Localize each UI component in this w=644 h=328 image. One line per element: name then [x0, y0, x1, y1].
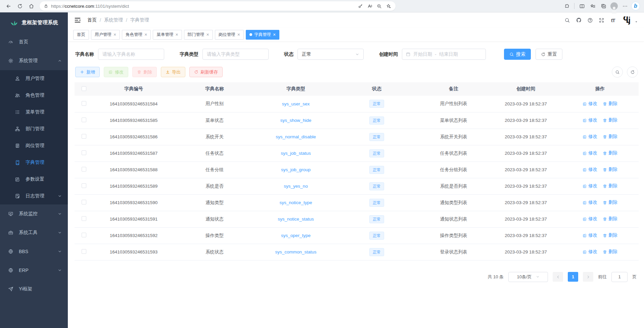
- row-edit-link[interactable]: 修改: [583, 249, 597, 255]
- row-edit-link[interactable]: 修改: [583, 150, 597, 156]
- tab-menu[interactable]: 菜单管理×: [153, 30, 182, 40]
- sidebar-item-param[interactable]: 参数设置: [0, 171, 68, 188]
- row-delete-link[interactable]: 删除: [603, 117, 617, 123]
- tab-dept[interactable]: 部门管理×: [184, 30, 213, 40]
- sidebar-item-role[interactable]: 角色管理: [0, 87, 68, 104]
- address-bar[interactable]: https://ccnetcore.com:1101/system/dict: [40, 1, 396, 11]
- goto-page-input[interactable]: 1: [611, 272, 628, 282]
- browser-back-button[interactable]: [3, 1, 13, 11]
- row-checkbox[interactable]: [82, 183, 86, 188]
- dict-type-link[interactable]: sys_job_group: [281, 167, 311, 172]
- edit-button[interactable]: 修改: [104, 67, 128, 77]
- tab-user[interactable]: 用户管理×: [91, 30, 120, 40]
- row-checkbox[interactable]: [82, 101, 86, 106]
- caret-down-icon[interactable]: [635, 20, 638, 24]
- close-icon[interactable]: ×: [206, 32, 209, 37]
- bing-chat-icon[interactable]: b: [631, 1, 641, 11]
- sidebar-item-bbs[interactable]: BBS: [0, 242, 68, 261]
- dict-name-input[interactable]: 请输入字典名称: [98, 49, 164, 60]
- row-delete-link[interactable]: 删除: [603, 183, 617, 189]
- row-checkbox[interactable]: [82, 150, 86, 155]
- row-checkbox[interactable]: [82, 216, 86, 221]
- dict-type-link[interactable]: sys_yes_no: [284, 184, 308, 189]
- row-checkbox[interactable]: [82, 134, 86, 139]
- add-favorite-icon[interactable]: [384, 1, 393, 11]
- row-delete-link[interactable]: 删除: [603, 199, 617, 205]
- close-icon[interactable]: ×: [144, 32, 147, 37]
- row-delete-link[interactable]: 删除: [603, 232, 617, 238]
- close-icon[interactable]: ×: [113, 32, 116, 37]
- favorites-hub-icon[interactable]: [588, 1, 598, 11]
- sidebar-item-post[interactable]: 岗位管理: [0, 137, 68, 154]
- dict-type-link[interactable]: sys_notice_type: [280, 200, 312, 205]
- help-icon[interactable]: [587, 17, 594, 24]
- tab-role[interactable]: 角色管理×: [122, 30, 151, 40]
- sidebar-fold-icon[interactable]: [74, 16, 81, 24]
- browser-reload-button[interactable]: [15, 1, 25, 11]
- fullscreen-icon[interactable]: [598, 17, 605, 24]
- sidebar-item-erp[interactable]: ERP: [0, 261, 68, 280]
- add-button[interactable]: 新增: [75, 67, 100, 77]
- yi-logo[interactable]: Ⴁj: [623, 16, 630, 24]
- refresh-cache-button[interactable]: 刷新缓存: [189, 67, 223, 77]
- close-icon[interactable]: ×: [237, 32, 240, 37]
- read-aloud-icon[interactable]: [365, 1, 374, 11]
- sidebar-item-tool[interactable]: 系统工具: [0, 223, 68, 242]
- row-edit-link[interactable]: 修改: [583, 216, 597, 222]
- tab-post[interactable]: 岗位管理×: [215, 30, 244, 40]
- row-checkbox[interactable]: [82, 167, 86, 172]
- dict-type-link[interactable]: sys_normal_disable: [276, 134, 316, 139]
- github-icon[interactable]: [576, 17, 582, 24]
- date-range-input[interactable]: 开始日期 - 结束日期: [402, 49, 486, 60]
- row-edit-link[interactable]: 修改: [583, 134, 597, 140]
- row-checkbox[interactable]: [82, 233, 86, 237]
- show-search-toggle-button[interactable]: [612, 66, 623, 78]
- dict-type-input[interactable]: 请输入字典类型: [202, 49, 269, 60]
- row-checkbox[interactable]: [82, 200, 86, 204]
- extensions-icon[interactable]: [562, 1, 572, 11]
- browser-home-button[interactable]: [26, 1, 36, 11]
- row-delete-link[interactable]: 删除: [603, 150, 617, 156]
- row-edit-link[interactable]: 修改: [583, 101, 597, 107]
- row-delete-link[interactable]: 删除: [603, 249, 617, 255]
- row-edit-link[interactable]: 修改: [583, 167, 597, 173]
- row-delete-link[interactable]: 删除: [603, 101, 617, 107]
- password-key-icon[interactable]: [356, 1, 365, 11]
- row-delete-link[interactable]: 删除: [603, 216, 617, 222]
- font-size-icon[interactable]: tT: [610, 17, 616, 24]
- sidebar-item-yiframe[interactable]: Yi框架: [0, 280, 68, 298]
- export-button[interactable]: 导出: [161, 67, 185, 77]
- reset-button[interactable]: 重置: [536, 49, 562, 60]
- sidebar-item-dict[interactable]: 字典管理: [0, 154, 68, 171]
- row-edit-link[interactable]: 修改: [583, 183, 597, 189]
- page-size-select[interactable]: 10条/页: [508, 272, 548, 282]
- sidebar-item-monitor[interactable]: 系统监控: [0, 204, 68, 223]
- header-search-icon[interactable]: [564, 17, 571, 24]
- breadcrumb-item[interactable]: 首页: [87, 17, 97, 23]
- select-all-checkbox[interactable]: [82, 86, 86, 91]
- row-edit-link[interactable]: 修改: [583, 199, 597, 205]
- sidebar-item-user[interactable]: 用户管理: [0, 70, 68, 87]
- dict-type-link[interactable]: sys_oper_type: [281, 233, 311, 238]
- collections-icon[interactable]: [598, 1, 608, 11]
- row-checkbox[interactable]: [82, 249, 86, 254]
- split-screen-icon[interactable]: [577, 1, 587, 11]
- close-icon[interactable]: ×: [175, 32, 178, 37]
- sidebar-item-dept[interactable]: 部门管理: [0, 121, 68, 137]
- zoom-out-icon[interactable]: [375, 1, 383, 11]
- app-logo[interactable]: 意框架管理系统: [0, 12, 68, 33]
- dict-type-link[interactable]: sys_common_status: [275, 249, 316, 254]
- dict-type-link[interactable]: sys_job_status: [281, 151, 311, 156]
- row-checkbox[interactable]: [82, 118, 86, 122]
- search-button[interactable]: 搜索: [504, 49, 531, 60]
- next-page-button[interactable]: [583, 272, 593, 282]
- dict-type-link[interactable]: sys_notice_status: [278, 217, 314, 222]
- page-number-1[interactable]: 1: [568, 272, 578, 282]
- row-delete-link[interactable]: 删除: [603, 167, 617, 173]
- tab-dict[interactable]: 字典管理×: [246, 30, 279, 40]
- sidebar-item-home[interactable]: 首页: [0, 33, 68, 51]
- tab-home[interactable]: 首页: [73, 30, 89, 40]
- browser-menu-icon[interactable]: [620, 1, 630, 11]
- status-select[interactable]: 正常: [297, 49, 364, 60]
- close-icon[interactable]: ×: [273, 32, 276, 37]
